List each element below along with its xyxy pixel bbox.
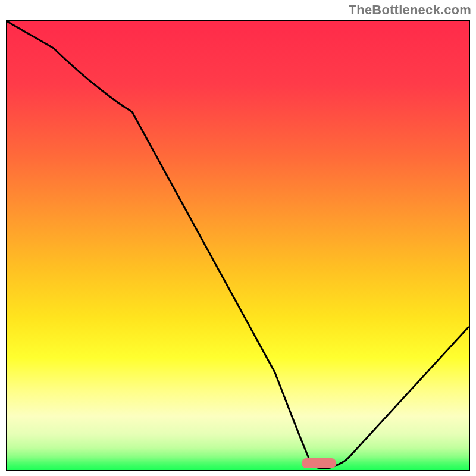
watermark-text: TheBottleneck.com [349, 2, 471, 18]
plot-area [6, 20, 470, 471]
bottleneck-curve [7, 21, 469, 470]
chart-container: TheBottleneck.com [0, 0, 476, 476]
optimum-marker [302, 458, 336, 468]
curve-path [7, 21, 469, 468]
